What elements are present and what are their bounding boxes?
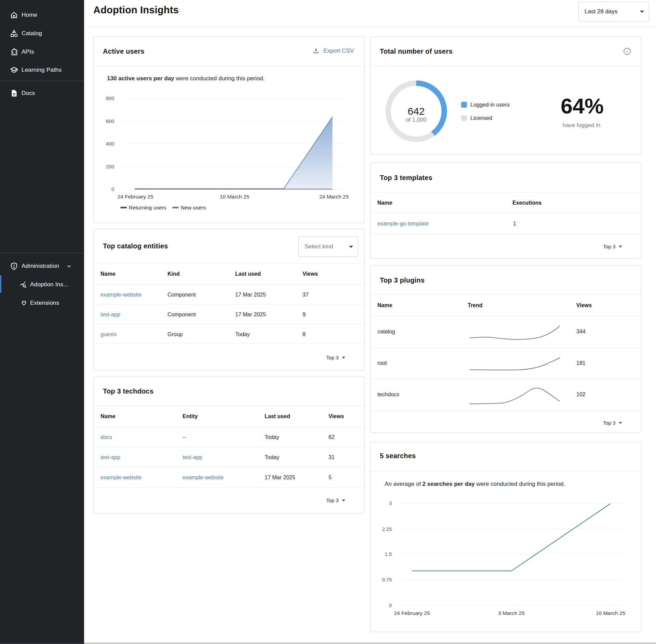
svg-text:400: 400 (106, 141, 114, 147)
svg-text:10 March 25: 10 March 25 (596, 610, 625, 616)
svg-text:3: 3 (389, 501, 392, 506)
svg-text:24 February 25: 24 February 25 (117, 194, 153, 200)
svg-text:24 February 25: 24 February 25 (394, 610, 430, 616)
svg-text:New users: New users (181, 205, 206, 210)
svg-text:2.25: 2.25 (382, 526, 392, 532)
svg-text:600: 600 (106, 119, 114, 124)
svg-text:0.75: 0.75 (382, 577, 392, 583)
svg-text:0: 0 (389, 603, 392, 608)
svg-text:1.5: 1.5 (385, 551, 392, 557)
svg-text:10 March 25: 10 March 25 (220, 194, 249, 200)
svg-text:642: 642 (407, 106, 425, 117)
svg-text:Returning users: Returning users (129, 205, 166, 210)
svg-text:0: 0 (111, 187, 114, 192)
svg-text:of 1,000: of 1,000 (406, 117, 427, 123)
svg-text:3 March 25: 3 March 25 (498, 610, 525, 616)
svg-text:200: 200 (106, 164, 114, 169)
svg-text:800: 800 (106, 96, 114, 101)
svg-text:24 March 25: 24 March 25 (319, 194, 349, 200)
